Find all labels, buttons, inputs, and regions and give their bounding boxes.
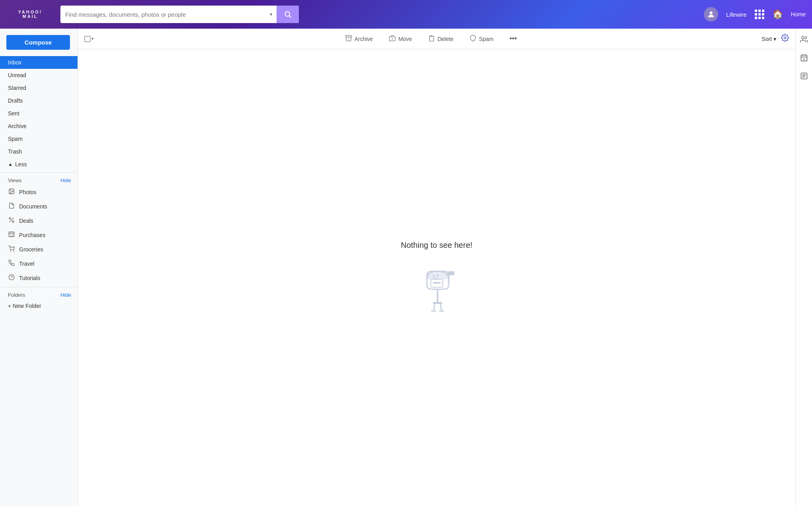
folders-divider	[0, 287, 78, 287]
svg-point-41	[802, 37, 804, 39]
toolbar-right: Sort ▾	[762, 34, 789, 44]
sidebar-item-documents[interactable]: Documents	[0, 199, 78, 214]
groceries-icon	[8, 245, 15, 253]
svg-rect-30	[433, 282, 441, 284]
views-hide-button[interactable]: Hide	[60, 177, 71, 183]
delete-button[interactable]: Delete	[425, 33, 457, 45]
sidebar-item-spam[interactable]: Spam	[0, 132, 78, 145]
toolbar-actions: Archive Move Delete	[100, 33, 762, 45]
sidebar-item-unread[interactable]: Unread	[0, 69, 78, 82]
archive-icon	[345, 35, 352, 43]
move-label: Move	[398, 36, 412, 42]
toolbar-left: ▾	[84, 36, 100, 42]
photos-icon	[8, 188, 15, 196]
drafts-label: Drafts	[8, 97, 23, 104]
archive-label: Archive	[355, 36, 373, 42]
empty-state-text: Nothing to see here!	[401, 241, 472, 250]
more-dots-icon: •••	[510, 35, 517, 43]
notepad-icon-button[interactable]	[798, 70, 810, 82]
calendar-icon: 31	[800, 54, 808, 62]
sidebar-item-travel[interactable]: Travel	[0, 257, 78, 271]
sidebar-item-inbox[interactable]: Inbox	[0, 56, 78, 69]
home-icon[interactable]: 🏠	[772, 9, 783, 19]
search-bar: ▾	[60, 6, 299, 23]
archive-label: Archive	[8, 123, 27, 129]
sidebar: Compose Inbox Unread Starred Drafts Sent…	[0, 29, 78, 506]
more-actions-button[interactable]: •••	[506, 33, 520, 45]
sent-label: Sent	[8, 110, 19, 117]
svg-line-35	[434, 304, 435, 311]
svg-point-18	[10, 251, 11, 251]
sidebar-item-drafts[interactable]: Drafts	[0, 94, 78, 107]
empty-state: Nothing to see here!	[78, 49, 795, 506]
sidebar-item-groceries[interactable]: Groceries	[0, 242, 78, 257]
svg-line-7	[10, 218, 14, 222]
svg-point-40	[436, 274, 438, 276]
inbox-label: Inbox	[8, 59, 21, 66]
sidebar-item-trash[interactable]: Trash	[0, 145, 78, 158]
svg-rect-34	[433, 302, 442, 304]
svg-line-1	[289, 16, 291, 18]
contacts-icon-button[interactable]	[798, 33, 810, 45]
new-folder-label: + New Folder	[8, 303, 41, 309]
main-content: ▾ Archive Move	[78, 29, 795, 506]
groceries-label: Groceries	[19, 246, 43, 253]
svg-point-6	[12, 221, 14, 222]
select-all-checkbox[interactable]	[84, 36, 91, 42]
spam-label: Spam	[479, 36, 494, 42]
svg-point-27	[784, 37, 786, 39]
move-button[interactable]: Move	[386, 33, 415, 45]
archive-button[interactable]: Archive	[342, 33, 376, 45]
folders-label: Folders	[8, 292, 25, 298]
new-folder-button[interactable]: + New Folder	[0, 300, 78, 312]
delete-label: Delete	[438, 36, 453, 42]
spam-button[interactable]: Spam	[466, 33, 497, 45]
sort-label: Sort	[762, 36, 772, 42]
tutorials-icon	[8, 274, 15, 282]
travel-label: Travel	[19, 261, 34, 267]
sidebar-item-sent[interactable]: Sent	[0, 107, 78, 120]
sidebar-item-photos[interactable]: Photos	[0, 185, 78, 199]
notepad-icon	[800, 72, 808, 80]
folders-hide-button[interactable]: Hide	[60, 292, 71, 298]
svg-point-0	[285, 12, 290, 16]
purchases-icon	[8, 231, 15, 239]
purchases-label: Purchases	[19, 232, 45, 238]
sidebar-item-tutorials[interactable]: Tutorials	[0, 271, 78, 285]
sidebar-divider	[0, 172, 78, 173]
select-all-area: ▾	[84, 36, 94, 42]
calendar-icon-button[interactable]: 31	[798, 52, 810, 64]
svg-text:31: 31	[802, 58, 805, 60]
svg-point-4	[10, 190, 11, 191]
settings-button[interactable]	[781, 34, 789, 44]
photos-label: Photos	[19, 189, 37, 195]
contacts-icon	[800, 35, 808, 43]
trash-label: Trash	[8, 148, 22, 155]
header: YAHOO! MAIL ▾ Lifewire 🏠 Home	[0, 0, 812, 29]
sidebar-item-purchases[interactable]: Purchases	[0, 228, 78, 242]
svg-line-36	[440, 304, 442, 311]
sidebar-item-archive[interactable]: Archive	[0, 120, 78, 132]
select-dropdown-arrow[interactable]: ▾	[91, 36, 94, 41]
less-button[interactable]: ▲ Less	[0, 158, 78, 171]
folders-section-header: Folders Hide	[0, 289, 78, 300]
search-submit-button[interactable]	[277, 6, 299, 23]
apps-grid-icon[interactable]	[755, 10, 764, 19]
sidebar-item-deals[interactable]: Deals	[0, 214, 78, 228]
sort-button[interactable]: Sort ▾	[762, 36, 776, 42]
user-name: Lifewire	[726, 11, 747, 18]
compose-button[interactable]: Compose	[6, 35, 70, 50]
sidebar-item-starred[interactable]: Starred	[0, 82, 78, 94]
header-right: Lifewire 🏠 Home	[704, 7, 806, 21]
search-dropdown-button[interactable]: ▾	[266, 12, 277, 17]
search-input[interactable]	[60, 11, 266, 18]
svg-point-19	[14, 251, 14, 251]
views-label: Views	[8, 177, 21, 183]
home-label: Home	[791, 11, 806, 18]
search-icon	[284, 10, 292, 18]
documents-icon	[8, 202, 15, 210]
svg-rect-22	[345, 35, 351, 37]
spam-label: Spam	[8, 136, 23, 142]
right-sidebar: 31	[795, 29, 812, 506]
documents-label: Documents	[19, 203, 47, 210]
